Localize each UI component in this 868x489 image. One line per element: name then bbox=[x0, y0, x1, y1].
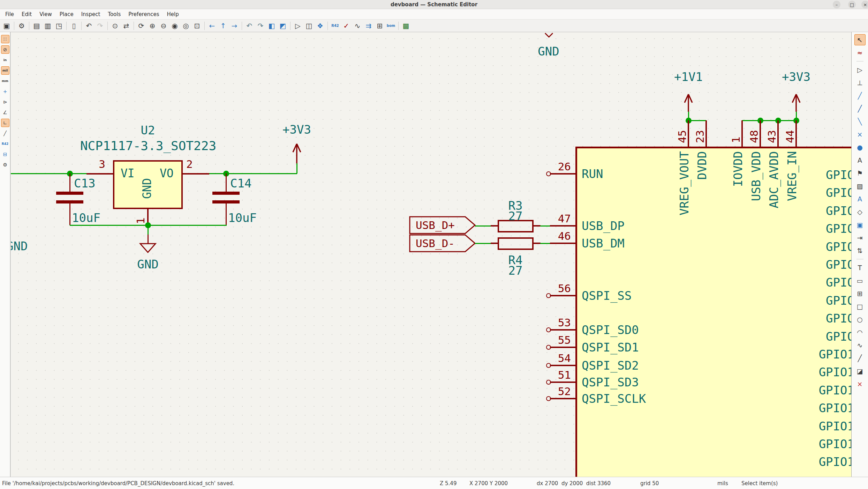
grid-overrides-icon[interactable]: ⊘ bbox=[1, 45, 9, 54]
net-label-icon[interactable]: A bbox=[854, 155, 866, 166]
menu-item[interactable]: Place bbox=[56, 9, 77, 19]
power-flag-arrow[interactable] bbox=[292, 142, 302, 165]
rule-area-icon[interactable]: ▨ bbox=[854, 180, 866, 192]
refresh-icon[interactable]: ⟳ bbox=[136, 21, 146, 31]
add-textbox-icon[interactable]: ▭ bbox=[854, 275, 866, 286]
hierarchical-label-icon[interactable]: ◇ bbox=[854, 206, 866, 217]
pin-line[interactable] bbox=[550, 365, 575, 366]
pin-line[interactable] bbox=[550, 329, 575, 331]
assign-footprints-icon[interactable]: ⇉ bbox=[363, 21, 374, 31]
add-rectangle-icon[interactable]: □ bbox=[854, 301, 866, 312]
add-power-icon[interactable]: ⊥ bbox=[854, 77, 866, 88]
pin-line[interactable] bbox=[534, 225, 541, 227]
wire[interactable] bbox=[209, 173, 297, 174]
rotate-cw-icon[interactable]: ↷ bbox=[255, 21, 266, 31]
hierarchy-navigator-icon[interactable]: ⊟ bbox=[1, 150, 9, 158]
no-connect-icon[interactable]: × bbox=[854, 129, 866, 140]
export-bom-icon[interactable]: bom bbox=[386, 21, 396, 31]
add-text-icon[interactable]: T bbox=[854, 262, 866, 273]
add-junction-icon[interactable]: ● bbox=[854, 142, 866, 153]
close-button[interactable]: × bbox=[861, 1, 868, 8]
component-value[interactable]: 27 bbox=[495, 265, 536, 276]
power-label[interactable]: +3V3 bbox=[262, 124, 332, 135]
menu-item[interactable]: View bbox=[36, 9, 56, 19]
symbol-browser-icon[interactable]: ◫ bbox=[304, 21, 314, 31]
add-line-icon[interactable]: ╱ bbox=[854, 353, 866, 364]
erc-icon[interactable]: ✓ bbox=[341, 21, 352, 31]
annotate-icon[interactable]: R42 bbox=[330, 21, 340, 31]
properties-panel-icon[interactable]: ⚙ bbox=[1, 161, 9, 169]
component-value[interactable]: 10uF bbox=[228, 212, 257, 224]
add-arc-icon[interactable]: ◠ bbox=[854, 327, 866, 338]
nav-up-icon[interactable]: ↑ bbox=[218, 21, 228, 31]
power-label[interactable]: +3V3 bbox=[761, 71, 831, 83]
netclass-directive-icon[interactable]: ⚑ bbox=[854, 168, 866, 179]
page-settings-icon[interactable]: ▤ bbox=[31, 21, 42, 31]
wire[interactable] bbox=[148, 225, 149, 235]
mirror-h-icon[interactable]: ◧ bbox=[266, 21, 277, 31]
add-bezier-icon[interactable]: ∿ bbox=[854, 340, 866, 351]
wire[interactable] bbox=[296, 163, 297, 173]
add-table-icon[interactable]: ⊞ bbox=[854, 288, 866, 299]
symbol-fields-table-icon[interactable]: ⊞ bbox=[375, 21, 385, 31]
pin-line[interactable] bbox=[550, 225, 575, 227]
menu-item[interactable]: Edit bbox=[18, 9, 36, 19]
select-tool-icon[interactable]: ↖ bbox=[854, 34, 866, 45]
wire[interactable] bbox=[475, 225, 491, 227]
pin-line[interactable] bbox=[534, 243, 541, 244]
units-mm-icon[interactable]: mm bbox=[1, 77, 9, 85]
import-sheet-pin-icon[interactable]: ⇥ bbox=[854, 232, 866, 243]
pin-line[interactable] bbox=[550, 381, 575, 383]
add-symbol-icon[interactable]: ▷ bbox=[854, 64, 866, 75]
open-pcb-editor-icon[interactable]: ▩ bbox=[401, 21, 411, 31]
menu-item[interactable]: Preferences bbox=[124, 9, 163, 19]
free-angle-wires-icon[interactable]: ∠ bbox=[1, 108, 9, 117]
find-replace-icon[interactable]: ⇄ bbox=[121, 21, 131, 31]
menu-item[interactable]: Help bbox=[163, 9, 182, 19]
power-flag-arrow[interactable] bbox=[791, 93, 801, 113]
capacitor-lead[interactable] bbox=[69, 173, 70, 192]
nav-back-icon[interactable]: ← bbox=[207, 21, 217, 31]
global-label-text[interactable]: USB_D- bbox=[416, 238, 455, 249]
pin-line[interactable] bbox=[491, 243, 498, 244]
paste-icon[interactable]: ▯ bbox=[69, 21, 79, 31]
power-label[interactable]: GND bbox=[11, 240, 28, 252]
schematic-setup-icon[interactable]: ⚙ bbox=[16, 21, 27, 31]
pin-line[interactable] bbox=[550, 243, 575, 244]
capacitor-lead[interactable] bbox=[226, 173, 227, 192]
maximize-button[interactable]: □ bbox=[848, 1, 856, 8]
add-image-icon[interactable]: ◪ bbox=[854, 365, 866, 377]
schematic-canvas[interactable]: C13 10uF U2 NCP1117-3.3_SOT223 3 2 1 VI … bbox=[11, 32, 851, 477]
zoom-out-icon[interactable]: ⊖ bbox=[158, 21, 169, 31]
plot-icon[interactable]: ◳ bbox=[54, 21, 64, 31]
sync-sheet-pins-icon[interactable]: ⇅ bbox=[854, 245, 866, 256]
zoom-fit-icon[interactable]: ◉ bbox=[169, 21, 180, 31]
units-inches-icon[interactable]: in bbox=[1, 56, 9, 64]
power-label[interactable]: GND bbox=[514, 45, 583, 57]
hv-wires-icon[interactable]: ∟ bbox=[1, 119, 9, 127]
capacitor-plate[interactable] bbox=[56, 200, 83, 203]
redo-icon[interactable]: ↷ bbox=[95, 21, 105, 31]
delete-tool-icon[interactable]: × bbox=[854, 378, 866, 390]
capacitor-plate[interactable] bbox=[212, 200, 240, 203]
component-value[interactable]: 10uF bbox=[72, 212, 100, 224]
pin-line[interactable] bbox=[550, 398, 575, 399]
global-label-icon[interactable]: A bbox=[854, 193, 866, 205]
titlebar[interactable]: devboard — Schematic Editor bbox=[0, 0, 868, 9]
wire-to-bus-entry-icon[interactable]: ╲ bbox=[854, 116, 866, 127]
highlight-net-icon[interactable]: ≈ bbox=[854, 47, 866, 58]
gnd-symbol[interactable] bbox=[139, 243, 156, 253]
power-label[interactable]: GND bbox=[113, 258, 183, 270]
nav-forward-icon[interactable]: → bbox=[229, 21, 240, 31]
power-flag-arrow[interactable] bbox=[684, 93, 693, 113]
pin-line[interactable] bbox=[86, 173, 113, 175]
zoom-objects-icon[interactable]: ◎ bbox=[181, 21, 191, 31]
hierarchical-sheet-icon[interactable]: ▣ bbox=[854, 219, 866, 230]
global-label-text[interactable]: USB_D+ bbox=[416, 220, 455, 231]
menu-item[interactable]: File bbox=[1, 9, 18, 19]
pin-line[interactable] bbox=[183, 173, 209, 175]
wire[interactable] bbox=[540, 243, 550, 244]
component-reference[interactable]: U2 bbox=[113, 124, 183, 136]
capacitor-plate[interactable] bbox=[56, 192, 83, 195]
gnd-symbol-lead[interactable] bbox=[148, 235, 149, 244]
